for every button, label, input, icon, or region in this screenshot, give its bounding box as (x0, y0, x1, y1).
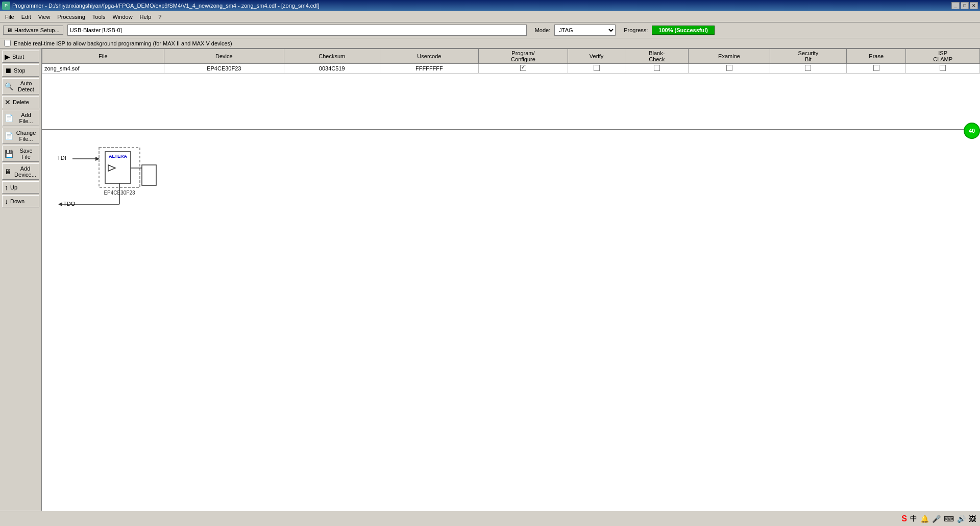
col-checksum: Checksum (284, 49, 380, 64)
cell-program[interactable] (479, 64, 568, 74)
col-isp-clamp: ISPCLAMP (906, 49, 980, 64)
taskbar-mic-icon: 🎤 (932, 515, 941, 523)
col-program: Program/Configure (479, 49, 568, 64)
window-controls[interactable]: _ □ ✕ (951, 2, 978, 9)
col-security: SecurityBit (770, 49, 846, 64)
svg-marker-11 (58, 202, 62, 206)
taskbar-volume-icon: 🔊 (957, 515, 966, 523)
taskbar-display-icon: 🖼 (969, 515, 976, 523)
svg-text:ALTERA: ALTERA (109, 154, 127, 159)
right-panel: File Device Checksum Usercode Program/Co… (42, 49, 980, 522)
cell-isp-clamp[interactable] (906, 64, 980, 74)
delete-icon: ✕ (5, 98, 11, 106)
examine-checkbox[interactable] (726, 65, 732, 71)
auto-detect-label: Auto Detect (15, 80, 37, 92)
col-blank-check: Blank-Check (625, 49, 689, 64)
main-content: ▶ Start ⏹ Stop 🔍 Auto Detect ✕ Delete 📄 … (0, 49, 980, 522)
cell-usercode: FFFFFFFF (380, 64, 478, 74)
start-label: Start (12, 54, 24, 60)
chain-svg: ALTERA EP4CE30F23 (57, 146, 200, 212)
hardware-icon: 🖥 (7, 27, 12, 33)
hardware-input[interactable] (67, 25, 527, 36)
cell-erase[interactable] (847, 64, 906, 74)
toolbar: 🖥 Hardware Setup... Mode: JTAG Progress:… (0, 22, 980, 38)
col-file: File (42, 49, 164, 64)
taskbar: S 中 🔔 🎤 ⌨ 🔊 🖼 (0, 511, 980, 526)
cell-security[interactable] (770, 64, 846, 74)
menu-edit[interactable]: Edit (18, 13, 34, 21)
up-button[interactable]: ↑ Up (2, 181, 39, 194)
menu-tools[interactable]: Tools (89, 13, 109, 21)
taskbar-s-icon: S (901, 514, 907, 523)
title-bar: P Programmer - D:/shiyanxiangshiyan/fpga… (0, 0, 980, 11)
menu-file[interactable]: File (2, 13, 17, 21)
erase-checkbox[interactable] (873, 65, 879, 71)
add-file-button[interactable]: 📄 Add File... (2, 110, 39, 126)
cell-examine[interactable] (689, 64, 770, 74)
auto-detect-icon: 🔍 (5, 82, 13, 90)
cell-verify[interactable] (568, 64, 625, 74)
sidebar: ▶ Start ⏹ Stop 🔍 Auto Detect ✕ Delete 📄 … (0, 49, 42, 522)
cell-device: EP4CE30F23 (164, 64, 284, 74)
table-row: zong_sm4.sof EP4CE30F23 0034C519 FFFFFFF… (42, 64, 980, 74)
delete-button[interactable]: ✕ Delete (2, 96, 39, 108)
cell-file: zong_sm4.sof (42, 64, 164, 74)
down-button[interactable]: ↓ Down (2, 195, 39, 207)
up-label: Up (10, 184, 17, 190)
col-verify: Verify (568, 49, 625, 64)
col-usercode: Usercode (380, 49, 478, 64)
hardware-setup-button[interactable]: 🖥 Hardware Setup... (3, 26, 63, 35)
status-value: 40 (969, 128, 975, 134)
menu-processing[interactable]: Processing (54, 13, 88, 21)
menu-extra[interactable]: ? (155, 13, 164, 21)
close-button[interactable]: ✕ (970, 2, 978, 9)
isp-row: Enable real-time ISP to allow background… (0, 38, 980, 49)
start-icon: ▶ (5, 53, 10, 61)
taskbar-keyboard-icon: ⌨ (944, 515, 954, 523)
col-examine: Examine (689, 49, 770, 64)
isp-checkbox[interactable] (4, 40, 11, 46)
change-file-button[interactable]: 📄 Change File... (2, 128, 39, 144)
table-area: File Device Checksum Usercode Program/Co… (42, 49, 980, 130)
tdo-label: TDO (63, 201, 75, 207)
maximize-button[interactable]: □ (961, 2, 969, 9)
menu-window[interactable]: Window (109, 13, 135, 21)
stop-label: Stop (14, 67, 26, 74)
save-file-icon: 💾 (5, 150, 13, 158)
add-device-label: Add Device... (14, 165, 37, 178)
save-file-label: Save File (15, 148, 37, 160)
menu-view[interactable]: View (35, 13, 54, 21)
delete-label: Delete (13, 99, 29, 105)
blank-check-checkbox[interactable] (654, 65, 660, 71)
cell-checksum: 0034C519 (284, 64, 380, 74)
add-device-button[interactable]: 🖥 Add Device... (2, 163, 39, 180)
down-label: Down (10, 198, 24, 204)
window-title: Programmer - D:/shiyanxiangshiyan/fpga-l… (12, 3, 320, 9)
auto-detect-button[interactable]: 🔍 Auto Detect (2, 78, 39, 94)
jtag-chain-diagram: TDI ALTERA EP4CE30F23 (57, 146, 200, 212)
change-file-label: Change File... (15, 130, 37, 142)
isp-label: Enable real-time ISP to allow background… (14, 40, 232, 46)
verify-checkbox[interactable] (594, 65, 600, 71)
progress-label: Progress: (624, 27, 648, 33)
start-button[interactable]: ▶ Start (2, 51, 39, 63)
save-file-button[interactable]: 💾 Save File (2, 146, 39, 162)
taskbar-icons: S 中 🔔 🎤 ⌨ 🔊 🖼 (901, 514, 976, 523)
stop-button[interactable]: ⏹ Stop (2, 64, 39, 77)
menu-help[interactable]: Help (137, 13, 155, 21)
cell-blank-check[interactable] (625, 64, 689, 74)
down-icon: ↓ (5, 197, 8, 205)
taskbar-chinese-icon: 中 (910, 514, 917, 523)
change-file-icon: 📄 (5, 132, 13, 140)
mode-select[interactable]: JTAG (554, 25, 616, 36)
taskbar-notify-icon: 🔔 (920, 515, 929, 523)
up-icon: ↑ (5, 183, 8, 192)
status-circle: 40 (964, 123, 980, 139)
add-file-icon: 📄 (5, 114, 13, 122)
program-checkbox[interactable] (520, 65, 526, 71)
security-checkbox[interactable] (805, 65, 811, 71)
minimize-button[interactable]: _ (951, 2, 960, 9)
isp-clamp-checkbox[interactable] (940, 65, 946, 71)
diagram-area: TDI ALTERA EP4CE30F23 (42, 130, 980, 522)
col-device: Device (164, 49, 284, 64)
